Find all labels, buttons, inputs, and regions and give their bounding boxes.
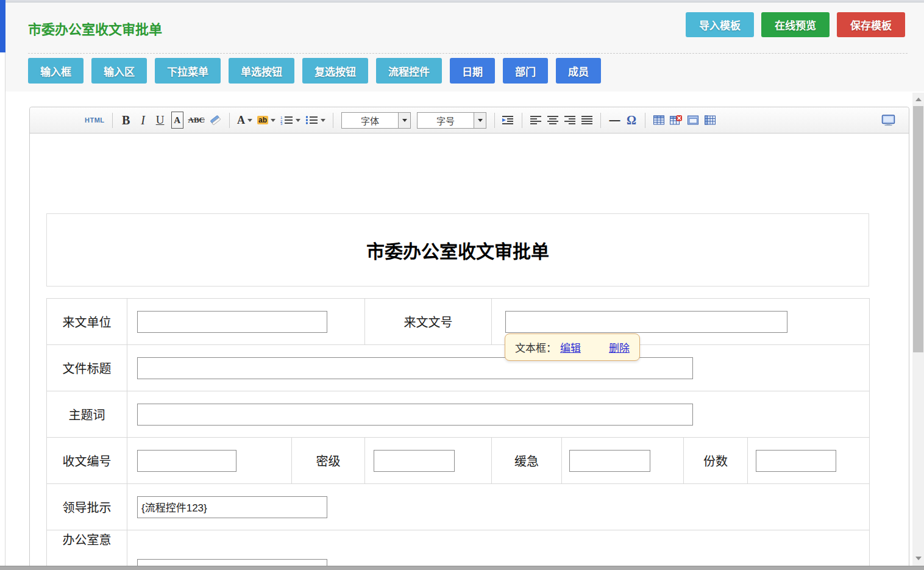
field-label: 办公室意 — [47, 530, 127, 570]
edit-link[interactable]: 编辑 — [560, 340, 581, 355]
source-unit-input[interactable] — [137, 311, 327, 333]
font-color-icon[interactable]: A — [237, 112, 252, 129]
unordered-list-icon[interactable] — [305, 112, 325, 129]
bold-icon[interactable]: B — [120, 112, 132, 129]
source-code-icon[interactable]: HTML — [85, 112, 105, 129]
field-cell — [127, 299, 365, 345]
toolbar-separator — [522, 113, 522, 128]
field-cell — [365, 438, 492, 484]
toolbar-separator — [333, 113, 333, 128]
field-cell — [127, 438, 292, 484]
copies-input[interactable] — [756, 450, 836, 472]
header-divider — [28, 53, 908, 54]
table-properties-icon[interactable] — [704, 112, 716, 129]
chevron-down-icon — [321, 119, 325, 122]
keywords-input[interactable] — [137, 404, 693, 426]
field-action-tooltip: 文本框： 编辑 删除 — [505, 333, 640, 361]
toolbar-separator — [600, 113, 601, 128]
tooltip-label: 文本框： — [515, 340, 556, 355]
page-title: 市委办公室收文审批单 — [28, 18, 162, 38]
document-title: 市委办公室收文审批单 — [366, 237, 549, 263]
font-color-glyph: A — [237, 114, 245, 127]
widget-toolbar: 输入框 输入区 下拉菜单 单选按钮 复选按钮 流程控件 日期 部门 成员 — [28, 58, 601, 84]
chevron-down-icon[interactable] — [398, 113, 410, 128]
font-size-select[interactable]: 字号 — [417, 112, 486, 129]
security-level-input[interactable] — [374, 450, 455, 472]
field-label: 来文文号 — [365, 299, 492, 345]
vertical-scrollbar[interactable] — [912, 93, 924, 566]
field-label: 主题词 — [47, 391, 127, 438]
cell-properties-icon[interactable] — [687, 112, 699, 129]
chevron-down-icon — [271, 119, 275, 122]
special-char-icon[interactable]: Ω — [625, 112, 638, 129]
document-title-box: 市委办公室收文审批单 — [46, 213, 869, 287]
field-label: 缓急 — [492, 438, 562, 484]
field-cell: {流程控件124} — [127, 530, 870, 570]
background-window-strip — [0, 0, 5, 52]
svg-text:3: 3 — [280, 122, 283, 125]
field-label: 来文单位 — [47, 299, 127, 345]
import-template-button[interactable]: 导入模板 — [686, 12, 754, 37]
scroll-up-button[interactable] — [912, 94, 924, 104]
triangle-down-icon — [915, 557, 922, 560]
align-right-icon[interactable] — [564, 112, 576, 129]
field-cell — [127, 345, 870, 391]
rich-text-editor: HTML B I U A ABC A ab 1 2 3 — [29, 107, 909, 570]
delete-link[interactable]: 删除 — [609, 340, 630, 355]
checkbox-button-button[interactable]: 复选按钮 — [302, 58, 368, 84]
online-preview-button[interactable]: 在线预览 — [761, 12, 830, 37]
eraser-icon[interactable] — [210, 112, 222, 129]
date-button[interactable]: 日期 — [450, 58, 495, 84]
radio-button-button[interactable]: 单选按钮 — [229, 58, 294, 84]
flow-control-button[interactable]: 流程控件 — [376, 58, 442, 84]
save-template-button[interactable]: 保存模板 — [837, 12, 905, 37]
document-number-input[interactable] — [505, 311, 787, 333]
underline-icon[interactable]: U — [154, 112, 166, 129]
window-bottom-edge — [0, 566, 924, 570]
chevron-down-icon[interactable] — [474, 113, 486, 128]
leader-instructions-input[interactable] — [137, 496, 327, 518]
align-left-icon[interactable] — [530, 112, 542, 129]
urgency-input[interactable] — [569, 450, 650, 472]
input-area-button[interactable]: 输入区 — [91, 58, 147, 84]
toolbar-separator — [494, 113, 495, 128]
table-row: 收文编号 密级 缓急 份数 — [47, 438, 870, 484]
triangle-up-icon — [915, 98, 922, 101]
field-label: 密级 — [292, 438, 365, 484]
highlight-glyph: ab — [257, 116, 268, 124]
strikethrough-icon[interactable]: ABC — [188, 112, 205, 129]
header-actions: 导入模板 在线预览 保存模板 — [686, 12, 905, 37]
input-box-button[interactable]: 输入框 — [28, 58, 84, 84]
field-label: 领导批示 — [47, 484, 127, 530]
scroll-down-button[interactable] — [912, 553, 924, 563]
member-button[interactable]: 成员 — [556, 58, 601, 84]
field-label: 收文编号 — [47, 438, 127, 484]
ordered-list-icon[interactable]: 1 2 3 — [280, 112, 300, 129]
font-family-select[interactable]: 字体 — [341, 112, 411, 129]
field-cell — [127, 391, 870, 438]
horizontal-rule-icon[interactable]: — — [608, 112, 620, 129]
dropdown-menu-button[interactable]: 下拉菜单 — [155, 58, 221, 84]
field-cell — [748, 438, 870, 484]
highlight-color-icon[interactable]: ab — [257, 112, 275, 129]
delete-table-icon[interactable] — [670, 112, 682, 129]
italic-icon[interactable]: I — [137, 112, 149, 129]
toolbar-separator — [229, 113, 230, 128]
table-row: 领导批示 — [47, 484, 870, 530]
font-style-icon[interactable]: A — [171, 112, 183, 129]
field-label: 份数 — [684, 438, 748, 484]
department-button[interactable]: 部门 — [503, 58, 548, 84]
font-size-label: 字号 — [418, 114, 474, 127]
fullscreen-icon[interactable] — [881, 112, 895, 129]
scrollbar-thumb[interactable] — [913, 106, 923, 352]
table-row: 文件标题 — [47, 345, 870, 391]
table-row: 主题词 — [47, 391, 870, 438]
receipt-number-input[interactable] — [137, 450, 236, 472]
insert-table-icon[interactable] — [653, 112, 665, 129]
form-table: 来文单位 来文文号 文件标题 主题词 收文编号 密 — [46, 298, 870, 570]
align-center-icon[interactable] — [547, 112, 559, 129]
chevron-down-icon — [247, 119, 252, 122]
table-row: 办公室意 {流程控件124} — [47, 530, 870, 570]
align-justify-icon[interactable] — [581, 112, 593, 129]
indent-icon[interactable] — [502, 112, 514, 129]
